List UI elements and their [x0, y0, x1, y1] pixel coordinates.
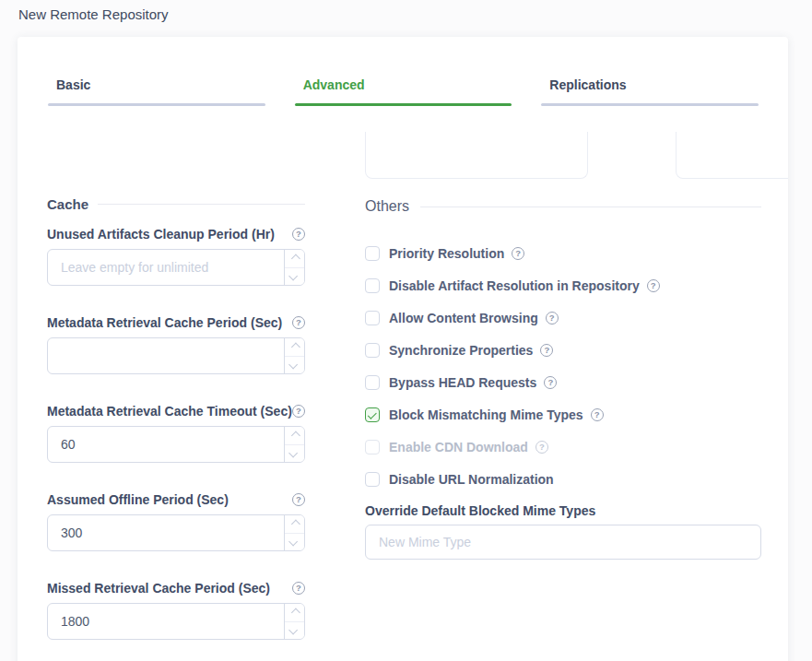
checkbox-label: Priority Resolution [389, 246, 504, 261]
clipped-textarea-left[interactable] [365, 132, 588, 179]
metadata-cache-period-input[interactable] [48, 338, 284, 373]
checkbox-box [365, 440, 380, 454]
section-divider [98, 204, 305, 205]
checkbox-box [365, 311, 380, 325]
checkbox-block-mismatching-mime-types[interactable]: Block Mismatching Mime Types [365, 407, 761, 423]
help-icon[interactable] [292, 316, 305, 329]
help-icon[interactable] [535, 441, 548, 454]
checkbox-allow-content-browsing[interactable]: Allow Content Browsing [365, 310, 761, 326]
help-icon[interactable] [647, 279, 660, 292]
others-section-title: Others [365, 198, 409, 215]
field-missed-retrieval-cache-period: Missed Retrieval Cache Period (Sec) [47, 581, 305, 640]
field-metadata-cache-timeout: Metadata Retrieval Cache Timeout (Sec) [47, 404, 305, 463]
others-section: Others Priority Resolution Disable Artif… [365, 198, 761, 560]
checkbox-label: Block Mismatching Mime Types [389, 407, 583, 422]
checkbox-box [365, 375, 380, 390]
checkbox-label: Enable CDN Download [389, 440, 528, 454]
chevron-down-icon [288, 360, 298, 370]
help-icon[interactable] [540, 344, 553, 357]
help-icon[interactable] [546, 312, 559, 325]
repository-form-card: Basic Advanced Replications Cache Unused… [18, 37, 788, 661]
clipped-textarea-right[interactable] [676, 132, 788, 179]
checkbox-box [365, 246, 380, 261]
help-icon[interactable] [544, 376, 557, 389]
checkbox-box [365, 278, 380, 293]
field-metadata-cache-period: Metadata Retrieval Cache Period (Sec) [47, 315, 305, 374]
override-mime-types-label: Override Default Blocked Mime Types [365, 503, 761, 518]
checkbox-synchronize-properties[interactable]: Synchronize Properties [365, 342, 761, 359]
section-divider [420, 207, 761, 207]
number-spinner [284, 604, 304, 639]
help-icon[interactable] [512, 247, 524, 260]
help-icon[interactable] [292, 405, 305, 418]
tab-replications[interactable]: Replications [541, 78, 759, 106]
checkbox-enable-cdn-download: Enable CDN Download [365, 439, 761, 455]
chevron-up-icon [291, 608, 300, 617]
checkbox-box [365, 472, 380, 487]
number-spinner [284, 250, 304, 285]
tab-replications-underline [541, 103, 759, 106]
cache-section: Cache Unused Artifacts Cleanup Period (H… [47, 196, 305, 661]
metadata-cache-timeout-input[interactable] [48, 427, 284, 462]
field-label: Assumed Offline Period (Sec) [47, 492, 229, 507]
checkbox-priority-resolution[interactable]: Priority Resolution [365, 245, 761, 262]
checkbox-bypass-head-requests[interactable]: Bypass HEAD Requests [365, 374, 761, 391]
new-mime-type-input[interactable] [365, 525, 761, 560]
chevron-down-icon [288, 272, 298, 281]
cache-section-title: Cache [47, 196, 88, 212]
tab-basic-underline [48, 103, 265, 106]
checkbox-box [365, 343, 380, 358]
field-label: Unused Artifacts Cleanup Period (Hr) [47, 227, 275, 242]
unused-artifacts-cleanup-input[interactable] [48, 250, 284, 285]
checkbox-label: Allow Content Browsing [389, 311, 538, 325]
field-unused-artifacts-cleanup: Unused Artifacts Cleanup Period (Hr) [47, 227, 305, 286]
chevron-up-icon [291, 431, 300, 440]
field-assumed-offline-period: Assumed Offline Period (Sec) [47, 492, 305, 551]
chevron-up-icon [291, 342, 300, 351]
help-icon[interactable] [591, 408, 604, 421]
chevron-down-icon [288, 449, 298, 458]
checkbox-box [365, 407, 380, 422]
spinner-up-button[interactable] [285, 338, 304, 356]
number-spinner [284, 338, 304, 373]
field-label: Metadata Retrieval Cache Period (Sec) [47, 315, 282, 330]
help-icon[interactable] [292, 493, 305, 506]
tab-advanced-label: Advanced [295, 78, 512, 92]
checkbox-label: Bypass HEAD Requests [389, 375, 536, 390]
tab-advanced-underline [295, 103, 512, 106]
assumed-offline-period-input[interactable] [48, 515, 284, 550]
spinner-down-button[interactable] [285, 267, 304, 286]
tab-replications-label: Replications [541, 78, 759, 92]
spinner-up-button[interactable] [285, 604, 304, 621]
number-spinner [284, 427, 304, 462]
checkbox-label: Disable Artifact Resolution in Repositor… [389, 278, 640, 293]
chevron-down-icon [288, 537, 298, 547]
chevron-down-icon [288, 626, 298, 635]
spinner-down-button[interactable] [285, 356, 304, 374]
field-label: Missed Retrieval Cache Period (Sec) [47, 581, 270, 596]
spinner-up-button[interactable] [285, 250, 304, 267]
number-spinner [284, 515, 304, 550]
checkbox-label: Disable URL Normalization [389, 472, 554, 487]
checkbox-label: Synchronize Properties [389, 343, 533, 358]
spinner-down-button[interactable] [285, 621, 304, 640]
field-label: Metadata Retrieval Cache Timeout (Sec) [47, 404, 292, 419]
help-icon[interactable] [292, 582, 305, 595]
tab-basic-label: Basic [48, 78, 265, 92]
tab-basic[interactable]: Basic [48, 78, 265, 106]
page-title: New Remote Repository [18, 6, 169, 22]
spinner-down-button[interactable] [285, 533, 304, 551]
spinner-up-button[interactable] [285, 515, 304, 533]
tab-advanced[interactable]: Advanced [295, 78, 512, 106]
checkbox-disable-url-normalization[interactable]: Disable URL Normalization [365, 471, 761, 488]
help-icon[interactable] [292, 228, 305, 241]
spinner-down-button[interactable] [285, 444, 304, 463]
missed-retrieval-cache-period-input[interactable] [48, 604, 284, 639]
chevron-up-icon [291, 254, 300, 263]
chevron-up-icon [291, 519, 300, 528]
checkbox-disable-artifact-resolution[interactable]: Disable Artifact Resolution in Repositor… [365, 277, 761, 294]
spinner-up-button[interactable] [285, 427, 304, 444]
tab-bar: Basic Advanced Replications [48, 78, 759, 106]
